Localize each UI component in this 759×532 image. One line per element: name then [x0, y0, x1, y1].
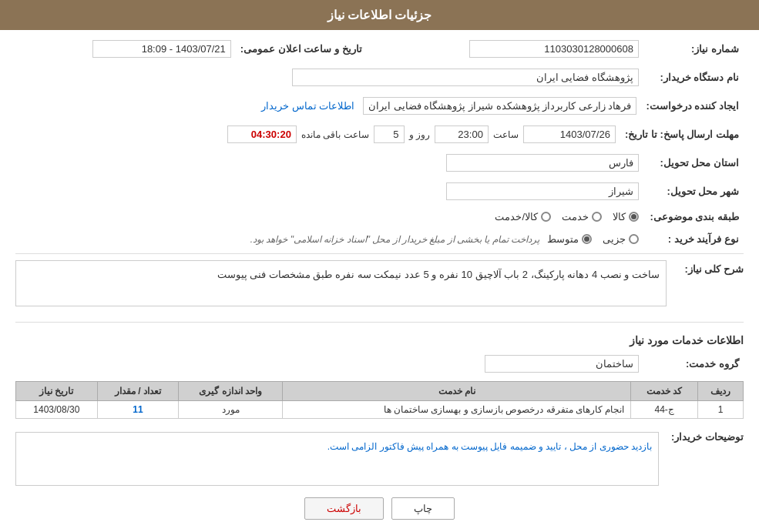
noe-farayand-radio-motavasset [582, 234, 592, 244]
print-button[interactable]: چاپ [391, 497, 455, 520]
col-tarikh: تاریخ نیاز [16, 382, 98, 401]
tabaqe-kala-khadamat-label: کالا/خدمت [495, 211, 538, 223]
col-tedad: تعداد / مقدار [97, 382, 179, 401]
tabaqe-khadamat-label: خدمت [562, 211, 589, 223]
tabaqe-label: طبقه بندی موضوعی: [643, 209, 744, 225]
sharh-koli-label: شرح کلی نیاز: [674, 260, 744, 275]
info-table-row6: شهر محل تحویل: شیراز [15, 180, 744, 202]
tabaqe-kala-label: کالا [613, 211, 626, 223]
saat-value: 23:00 [435, 125, 489, 143]
tabaqe-radio-khadamat [592, 212, 602, 222]
page-header: جزئیات اطلاعات نیاز [0, 0, 759, 30]
info-table-row5: استان محل تحویل: فارس [15, 152, 744, 174]
ostan-value: فارس [446, 154, 639, 172]
info-table-row3: ایجاد کننده درخواست: فرهاد زارعی کاربردا… [15, 95, 744, 117]
divider-2 [15, 322, 744, 323]
cell-tedad: 11 [97, 401, 179, 419]
group-khadamat-table: گروه خدمت: ساختمان [15, 353, 744, 375]
page-wrapper: جزئیات اطلاعات نیاز شماره نیاز: 11030301… [0, 0, 759, 532]
tabaqe-option-khadamat[interactable]: خدمت [562, 211, 602, 223]
roz-value: 5 [374, 125, 405, 143]
col-vahed: واحد اندازه گیری [179, 382, 283, 401]
cell-radif: 1 [698, 401, 744, 419]
noe-farayand-option-jozi[interactable]: جزیی [603, 233, 639, 245]
tabaqe-radio-kala-khadamat [541, 212, 551, 222]
noe-farayand-note: پرداخت تمام یا بخشی از مبلغ خریدار از مح… [250, 234, 539, 245]
group-khadamat-label: گروه خدمت: [643, 353, 744, 375]
tabaqe-option-kala[interactable]: کالا [613, 211, 639, 223]
main-content: شماره نیاز: 1103030128000608 تاریخ و ساع… [0, 30, 759, 532]
tabaqe-radio-kala [629, 212, 639, 222]
ostan-label: استان محل تحویل: [643, 152, 744, 174]
back-button[interactable]: بازگشت [304, 497, 384, 520]
cell-tarikh: 1403/08/30 [16, 401, 98, 419]
description-value: بازدید حضوری از محل ، تایید و ضمیمه فایل… [15, 432, 659, 486]
info-table-row4: مهلت ارسال پاسخ: تا تاریخ: 1403/07/26 سا… [15, 123, 744, 146]
noe-farayand-option-motavasset[interactable]: متوسط [547, 233, 592, 245]
ijad-konande-label: ایجاد کننده درخواست: [641, 95, 744, 117]
col-kod: کد خدمت [631, 382, 698, 401]
services-table: ردیف کد خدمت نام خدمت واحد اندازه گیری ت… [15, 381, 744, 419]
saat-baqi-label: ساعت باقی مانده [301, 129, 369, 140]
khadamat-section-title: اطلاعات خدمات مورد نیاز [15, 334, 744, 346]
sharh-koli-value: ساخت و نصب 4 دهانه پارکینگ، 2 باب آلاچیق… [15, 260, 667, 306]
col-name: نام خدمت [283, 382, 631, 401]
mohlat-ersal-label: مهلت ارسال پاسخ: تا تاریخ: [620, 123, 744, 146]
cell-name: انجام کارهای متفرقه درخصوص بازسازی و بهس… [283, 401, 631, 419]
header-title: جزئیات اطلاعات نیاز [327, 8, 432, 22]
mohlat-ersal-row: 1403/07/26 ساعت 23:00 روز و 5 ساعت باقی … [20, 125, 616, 143]
cell-kod: ج-44 [631, 401, 698, 419]
group-khadamat-value: ساختمان [485, 355, 639, 373]
description-label: توضیحات خریدار: [667, 428, 744, 443]
taarikh-elan-label: تاریخ و ساعت اعلان عمومی: [236, 38, 378, 60]
nam-dastgah-value: پژوهشگاه فضایی ایران [292, 69, 639, 86]
description-row: توضیحات خریدار: بازدید حضوری از محل ، تا… [15, 428, 744, 486]
ijad-konande-link[interactable]: اطلاعات تماس خریدار [261, 100, 354, 112]
shomare-niaz-value: 1103030128000608 [469, 40, 639, 58]
noe-farayand-radio-jozi [629, 234, 639, 244]
nam-dastgah-label: نام دستگاه خریدار: [643, 66, 744, 89]
info-table-row1: شماره نیاز: 1103030128000608 تاریخ و ساع… [15, 38, 744, 60]
mohlat-date-value: 1403/07/26 [523, 125, 616, 143]
tabaqe-option-kala-khadamat[interactable]: کالا/خدمت [495, 211, 551, 223]
ijad-konande-value: فرهاد زارعی کاربرداز پژوهشکده شیراز پژوه… [363, 97, 636, 115]
tabaqe-radio-group: کالا خدمت کالا/خدمت [20, 211, 639, 223]
col-radif: ردیف [698, 382, 744, 401]
buttons-row: چاپ بازگشت [15, 497, 744, 520]
saat-baqi-value: 04:30:20 [227, 125, 297, 143]
shahr-label: شهر محل تحویل: [643, 180, 744, 202]
noe-farayand-label: نوع فرآیند خرید : [643, 231, 744, 247]
table-row: 1 ج-44 انجام کارهای متفرقه درخصوص بازساز… [16, 401, 744, 419]
info-table-row2: نام دستگاه خریدار: پژوهشگاه فضایی ایران [15, 66, 744, 89]
shahr-value: شیراز [446, 182, 639, 200]
noe-farayand-radio-group: جزیی متوسط [547, 233, 639, 245]
info-table-row8: نوع فرآیند خرید : جزیی متوسط [15, 231, 744, 247]
shomare-niaz-label: شماره نیاز: [643, 38, 744, 60]
noe-farayand-jozi-label: جزیی [603, 233, 626, 245]
taarikh-elan-value: 1403/07/21 - 18:09 [92, 40, 231, 58]
divider-1 [15, 253, 744, 254]
saat-label: ساعت [493, 129, 519, 140]
sharh-koli-row: شرح کلی نیاز: ساخت و نصب 4 دهانه پارکینگ… [15, 260, 744, 314]
process-type-row: جزیی متوسط پرداخت تمام یا بخشی از مبلغ خ… [20, 233, 639, 245]
info-table-row7: طبقه بندی موضوعی: کالا خدمت [15, 209, 744, 225]
noe-farayand-motavasset-label: متوسط [547, 233, 579, 245]
cell-vahed: مورد [179, 401, 283, 419]
roz-label: روز و [409, 129, 430, 140]
